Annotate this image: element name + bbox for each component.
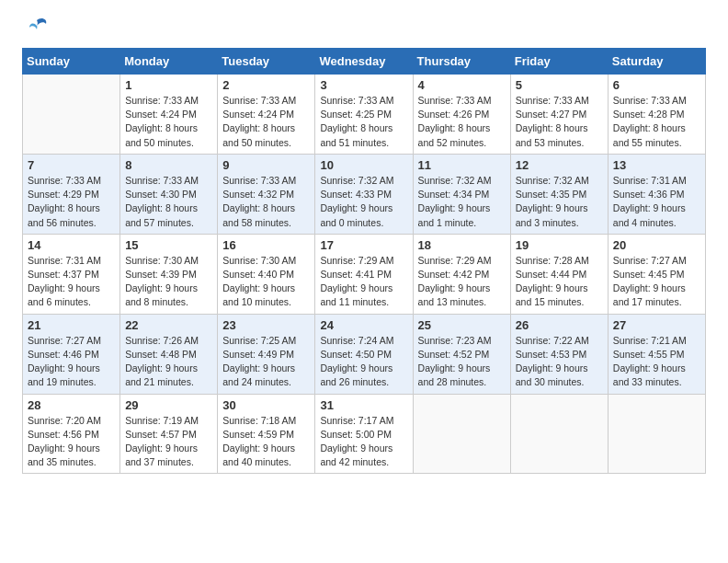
calendar-cell: 20Sunrise: 7:27 AM Sunset: 4:45 PM Dayli… <box>608 234 705 314</box>
calendar-cell: 4Sunrise: 7:33 AM Sunset: 4:26 PM Daylig… <box>413 75 510 155</box>
calendar-cell: 30Sunrise: 7:18 AM Sunset: 4:59 PM Dayli… <box>218 394 315 474</box>
calendar-cell: 25Sunrise: 7:23 AM Sunset: 4:52 PM Dayli… <box>413 314 510 394</box>
day-info: Sunrise: 7:19 AM Sunset: 4:57 PM Dayligh… <box>125 414 212 470</box>
day-info: Sunrise: 7:24 AM Sunset: 4:50 PM Dayligh… <box>320 334 407 390</box>
day-number: 2 <box>222 78 310 92</box>
day-info: Sunrise: 7:23 AM Sunset: 4:52 PM Dayligh… <box>418 334 506 390</box>
calendar-week-row: 14Sunrise: 7:31 AM Sunset: 4:37 PM Dayli… <box>23 234 706 314</box>
calendar-cell: 16Sunrise: 7:30 AM Sunset: 4:40 PM Dayli… <box>218 234 315 314</box>
header-day-friday: Friday <box>510 49 608 75</box>
calendar-cell: 7Sunrise: 7:33 AM Sunset: 4:29 PM Daylig… <box>23 154 120 234</box>
day-number: 23 <box>222 318 310 332</box>
calendar-table: SundayMondayTuesdayWednesdayThursdayFrid… <box>22 48 706 474</box>
day-info: Sunrise: 7:21 AM Sunset: 4:55 PM Dayligh… <box>613 334 700 390</box>
day-info: Sunrise: 7:33 AM Sunset: 4:24 PM Dayligh… <box>125 94 212 150</box>
day-info: Sunrise: 7:33 AM Sunset: 4:32 PM Dayligh… <box>222 174 310 230</box>
day-number: 7 <box>28 158 115 172</box>
header-day-sunday: Sunday <box>23 49 120 75</box>
calendar-body: 1Sunrise: 7:33 AM Sunset: 4:24 PM Daylig… <box>23 75 706 474</box>
day-info: Sunrise: 7:33 AM Sunset: 4:25 PM Dayligh… <box>320 94 407 150</box>
day-number: 9 <box>222 158 310 172</box>
day-number: 30 <box>222 398 310 412</box>
day-info: Sunrise: 7:33 AM Sunset: 4:30 PM Dayligh… <box>125 174 212 230</box>
day-info: Sunrise: 7:25 AM Sunset: 4:49 PM Dayligh… <box>222 334 310 390</box>
calendar-cell: 14Sunrise: 7:31 AM Sunset: 4:37 PM Dayli… <box>23 234 120 314</box>
day-number: 3 <box>320 78 407 92</box>
day-number: 12 <box>516 158 603 172</box>
calendar-cell: 28Sunrise: 7:20 AM Sunset: 4:56 PM Dayli… <box>23 394 120 474</box>
day-info: Sunrise: 7:31 AM Sunset: 4:37 PM Dayligh… <box>28 254 115 310</box>
calendar-cell: 13Sunrise: 7:31 AM Sunset: 4:36 PM Dayli… <box>608 154 705 234</box>
day-number: 20 <box>613 238 700 252</box>
page-header <box>22 18 706 40</box>
day-info: Sunrise: 7:33 AM Sunset: 4:29 PM Dayligh… <box>28 174 115 230</box>
header-day-saturday: Saturday <box>608 49 705 75</box>
day-info: Sunrise: 7:32 AM Sunset: 4:34 PM Dayligh… <box>418 174 506 230</box>
calendar-week-row: 7Sunrise: 7:33 AM Sunset: 4:29 PM Daylig… <box>23 154 706 234</box>
calendar-cell: 1Sunrise: 7:33 AM Sunset: 4:24 PM Daylig… <box>120 75 218 155</box>
calendar-cell: 24Sunrise: 7:24 AM Sunset: 4:50 PM Dayli… <box>315 314 413 394</box>
calendar-cell: 27Sunrise: 7:21 AM Sunset: 4:55 PM Dayli… <box>608 314 705 394</box>
calendar-cell: 29Sunrise: 7:19 AM Sunset: 4:57 PM Dayli… <box>120 394 218 474</box>
day-number: 17 <box>320 238 407 252</box>
calendar-cell: 10Sunrise: 7:32 AM Sunset: 4:33 PM Dayli… <box>315 154 413 234</box>
logo <box>22 18 50 40</box>
day-info: Sunrise: 7:33 AM Sunset: 4:24 PM Dayligh… <box>222 94 310 150</box>
day-number: 1 <box>125 78 212 92</box>
day-info: Sunrise: 7:18 AM Sunset: 4:59 PM Dayligh… <box>222 414 310 470</box>
header-day-wednesday: Wednesday <box>315 49 413 75</box>
day-info: Sunrise: 7:22 AM Sunset: 4:53 PM Dayligh… <box>516 334 603 390</box>
day-number: 22 <box>125 318 212 332</box>
day-number: 14 <box>28 238 115 252</box>
calendar-cell: 8Sunrise: 7:33 AM Sunset: 4:30 PM Daylig… <box>120 154 218 234</box>
day-info: Sunrise: 7:27 AM Sunset: 4:45 PM Dayligh… <box>613 254 700 310</box>
day-number: 28 <box>28 398 115 412</box>
calendar-cell <box>413 394 510 474</box>
calendar-cell: 15Sunrise: 7:30 AM Sunset: 4:39 PM Dayli… <box>120 234 218 314</box>
day-info: Sunrise: 7:32 AM Sunset: 4:33 PM Dayligh… <box>320 174 407 230</box>
day-number: 10 <box>320 158 407 172</box>
calendar-week-row: 28Sunrise: 7:20 AM Sunset: 4:56 PM Dayli… <box>23 394 706 474</box>
day-number: 4 <box>418 78 506 92</box>
calendar-cell: 21Sunrise: 7:27 AM Sunset: 4:46 PM Dayli… <box>23 314 120 394</box>
calendar-cell: 3Sunrise: 7:33 AM Sunset: 4:25 PM Daylig… <box>315 75 413 155</box>
day-info: Sunrise: 7:33 AM Sunset: 4:26 PM Dayligh… <box>418 94 506 150</box>
day-info: Sunrise: 7:33 AM Sunset: 4:27 PM Dayligh… <box>516 94 603 150</box>
calendar-cell: 31Sunrise: 7:17 AM Sunset: 5:00 PM Dayli… <box>315 394 413 474</box>
day-info: Sunrise: 7:29 AM Sunset: 4:41 PM Dayligh… <box>320 254 407 310</box>
day-info: Sunrise: 7:26 AM Sunset: 4:48 PM Dayligh… <box>125 334 212 390</box>
day-number: 18 <box>418 238 506 252</box>
day-info: Sunrise: 7:29 AM Sunset: 4:42 PM Dayligh… <box>418 254 506 310</box>
day-info: Sunrise: 7:32 AM Sunset: 4:35 PM Dayligh… <box>516 174 603 230</box>
calendar-week-row: 21Sunrise: 7:27 AM Sunset: 4:46 PM Dayli… <box>23 314 706 394</box>
calendar-cell <box>510 394 608 474</box>
header-day-tuesday: Tuesday <box>218 49 315 75</box>
day-number: 11 <box>418 158 506 172</box>
day-info: Sunrise: 7:17 AM Sunset: 5:00 PM Dayligh… <box>320 414 407 470</box>
calendar-cell <box>608 394 705 474</box>
calendar-header-row: SundayMondayTuesdayWednesdayThursdayFrid… <box>23 49 706 75</box>
day-number: 31 <box>320 398 407 412</box>
day-number: 6 <box>613 78 700 92</box>
day-number: 15 <box>125 238 212 252</box>
day-info: Sunrise: 7:28 AM Sunset: 4:44 PM Dayligh… <box>516 254 603 310</box>
calendar-cell: 19Sunrise: 7:28 AM Sunset: 4:44 PM Dayli… <box>510 234 608 314</box>
day-info: Sunrise: 7:30 AM Sunset: 4:40 PM Dayligh… <box>222 254 310 310</box>
logo-bird-icon <box>24 15 50 40</box>
calendar-cell: 5Sunrise: 7:33 AM Sunset: 4:27 PM Daylig… <box>510 75 608 155</box>
day-number: 16 <box>222 238 310 252</box>
day-number: 25 <box>418 318 506 332</box>
calendar-cell <box>23 75 120 155</box>
day-number: 29 <box>125 398 212 412</box>
calendar-cell: 9Sunrise: 7:33 AM Sunset: 4:32 PM Daylig… <box>218 154 315 234</box>
calendar-cell: 11Sunrise: 7:32 AM Sunset: 4:34 PM Dayli… <box>413 154 510 234</box>
day-number: 21 <box>28 318 115 332</box>
header-day-monday: Monday <box>120 49 218 75</box>
calendar-cell: 23Sunrise: 7:25 AM Sunset: 4:49 PM Dayli… <box>218 314 315 394</box>
calendar-cell: 12Sunrise: 7:32 AM Sunset: 4:35 PM Dayli… <box>510 154 608 234</box>
day-info: Sunrise: 7:33 AM Sunset: 4:28 PM Dayligh… <box>613 94 700 150</box>
day-number: 5 <box>516 78 603 92</box>
day-info: Sunrise: 7:27 AM Sunset: 4:46 PM Dayligh… <box>28 334 115 390</box>
header-day-thursday: Thursday <box>413 49 510 75</box>
calendar-week-row: 1Sunrise: 7:33 AM Sunset: 4:24 PM Daylig… <box>23 75 706 155</box>
